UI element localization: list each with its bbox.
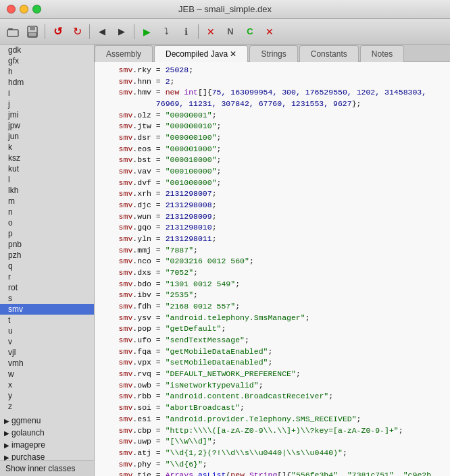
code-line: smv.atj = "\\d{1,2}(?!\\d\\s\\u0440|\\s\… (100, 448, 445, 459)
code-line: smv.ufo = "sendTextMessage"; (100, 335, 445, 346)
code-line: smv.tie = Arrays.asList(new String[]{"55… (100, 470, 445, 476)
group-label: golaunch (11, 428, 45, 438)
sidebar-item-pzh[interactable]: pzh (0, 250, 94, 261)
n-button[interactable]: N (222, 23, 239, 41)
sidebar-item-hdm[interactable]: hdm (0, 77, 94, 88)
code-line: smv.wun = 2131298009; (100, 211, 445, 223)
svg-rect-3 (30, 26, 35, 30)
toolbar: ↺ ↻ ◀ ▶ ▶ ⤵ ℹ ✕ N C ✕ (0, 19, 450, 45)
sidebar-group-ggmenu[interactable]: ▶ ggmenu (0, 415, 94, 427)
c-button[interactable]: C (241, 23, 259, 41)
svg-rect-1 (7, 30, 18, 36)
code-line: smv.gqo = 2131298010; (100, 222, 445, 234)
code-line: smv.hmv = new int[]{75, 163099954, 300, … (100, 87, 445, 99)
code-line: smv.soi = "abortBroadcast"; (100, 402, 445, 414)
code-area[interactable]: smv.rky = 25028; smv.hnn = 2; smv.hmv = … (95, 62, 450, 476)
code-line: smv.rky = 25028; (100, 65, 445, 76)
sidebar-item-k[interactable]: k (0, 142, 94, 153)
tab-decompiled-java[interactable]: Decompiled Java ✕ (154, 45, 248, 62)
sidebar-item-x[interactable]: x (0, 379, 94, 390)
svg-rect-4 (28, 32, 36, 36)
sidebar-item-pnb[interactable]: pnb (0, 239, 94, 250)
sidebar-item-o[interactable]: o (0, 217, 94, 228)
code-line: smv.cbp = "http:\\\\([a-zA-Z0-9\\.\\]+)\… (100, 425, 445, 437)
window-controls[interactable] (7, 5, 41, 14)
tab-strings[interactable]: Strings (249, 45, 297, 62)
sidebar-item-p[interactable]: p (0, 228, 94, 239)
sidebar-item-u[interactable]: u (0, 325, 94, 336)
code-line: smv.uwp = "[\\W\\d]"; (100, 436, 445, 448)
sidebar-item-r[interactable]: r (0, 271, 94, 282)
content-area: Assembly Decompiled Java ✕ Strings Const… (95, 45, 450, 476)
code-line: smv.djc = 2131298008; (100, 200, 445, 211)
sidebar-item-m[interactable]: m (0, 196, 94, 207)
code-line: smv.dsr = "000000100"; (100, 132, 445, 144)
sidebar-group-imagepre[interactable]: ▶ imagepre (0, 439, 94, 451)
forward-button[interactable]: ▶ (113, 23, 130, 41)
code-line: smv.yln = 2131298011; (100, 234, 445, 245)
main-layout: gdk gfx h hdm i j jmi jpw jun k ksz kut … (0, 45, 450, 476)
tab-assembly[interactable]: Assembly (95, 45, 153, 62)
sidebar-item-gdk[interactable]: gdk (0, 45, 94, 55)
code-line: smv.olz = "00000001"; (100, 110, 445, 122)
sidebar-item-t[interactable]: t (0, 315, 94, 325)
sidebar-item-i[interactable]: i (0, 88, 94, 99)
sidebar-group-purchase[interactable]: ▶ purchase (0, 451, 94, 460)
sidebar-item-jpw[interactable]: jpw (0, 120, 94, 131)
sidebar-item-w[interactable]: w (0, 369, 94, 379)
open-button[interactable] (4, 23, 22, 41)
arrow-icon: ▶ (4, 442, 9, 449)
code-line: smv.esi = "android.provider.Telephony.SM… (100, 414, 445, 425)
arrow-icon: ▶ (4, 454, 9, 461)
show-inner-classes-button[interactable]: Show inner classes (0, 460, 94, 476)
minimize-button[interactable] (20, 5, 28, 14)
sidebar-item-j[interactable]: j (0, 99, 94, 109)
sidebar-item-gfx[interactable]: gfx (0, 55, 94, 66)
sidebar-item-smv[interactable]: smv (0, 304, 94, 315)
action-button-2[interactable]: ↻ (68, 23, 86, 41)
action-button-1[interactable]: ↺ (49, 23, 66, 41)
code-line: smv.xrh = 2131298007; (100, 188, 445, 200)
sidebar-item-jmi[interactable]: jmi (0, 109, 94, 120)
sidebar-item-v[interactable]: v (0, 336, 94, 347)
info-button[interactable]: ℹ (177, 23, 195, 41)
code-line: smv.vav = "000100000"; (100, 166, 445, 178)
tabs-bar: Assembly Decompiled Java ✕ Strings Const… (95, 45, 450, 62)
sidebar-item-vjl[interactable]: vjl (0, 347, 94, 358)
sidebar-item-y[interactable]: y (0, 390, 94, 401)
back-button[interactable]: ◀ (93, 23, 111, 41)
play-button[interactable]: ▶ (138, 23, 155, 41)
sidebar-item-jun[interactable]: jun (0, 131, 94, 142)
maximize-button[interactable] (32, 5, 41, 14)
code-line: smv.dxs = "7052"; (100, 267, 445, 279)
sidebar-item-lkh[interactable]: lkh (0, 185, 94, 196)
close-button[interactable] (7, 5, 16, 14)
sidebar-item-ksz[interactable]: ksz (0, 153, 94, 163)
clear-button[interactable]: ✕ (202, 23, 220, 41)
sidebar-group-golaunch[interactable]: ▶ golaunch (0, 427, 94, 439)
arrow-icon: ▶ (4, 429, 9, 437)
sidebar-item-vmh[interactable]: vmh (0, 358, 94, 369)
disconnect-button[interactable]: ✕ (261, 23, 278, 41)
code-line: smv.bdo = "1301 0012 549"; (100, 279, 445, 290)
code-line: smv.rvq = "DEFAULT_NETWORK_PREFERENCE"; (100, 369, 445, 380)
sidebar-item-z[interactable]: z (0, 401, 94, 412)
title-bar: JEB – smali_simple.dex (0, 0, 450, 19)
group-label: ggmenu (11, 416, 41, 425)
code-line: smv.jtw = "000000010"; (100, 121, 445, 132)
sidebar-item-rot[interactable]: rot (0, 282, 94, 293)
code-line: smv.fdh = "2168 0012 557"; (100, 301, 445, 313)
sidebar-item-l[interactable]: l (0, 174, 94, 185)
sidebar-item-h[interactable]: h (0, 66, 94, 77)
sidebar-item-n[interactable]: n (0, 207, 94, 217)
sidebar-item-q[interactable]: q (0, 261, 94, 271)
arrow-icon: ▶ (4, 417, 9, 425)
tab-notes[interactable]: Notes (360, 45, 404, 62)
sidebar-item-s[interactable]: s (0, 293, 94, 304)
save-button[interactable] (24, 23, 41, 41)
code-line: smv.ibv = "2535"; (100, 290, 445, 301)
tab-constants[interactable]: Constants (299, 45, 359, 62)
code-line: smv.nco = "0203216 0012 560"; (100, 256, 445, 267)
sidebar-item-kut[interactable]: kut (0, 163, 94, 174)
step-button[interactable]: ⤵ (157, 23, 175, 41)
